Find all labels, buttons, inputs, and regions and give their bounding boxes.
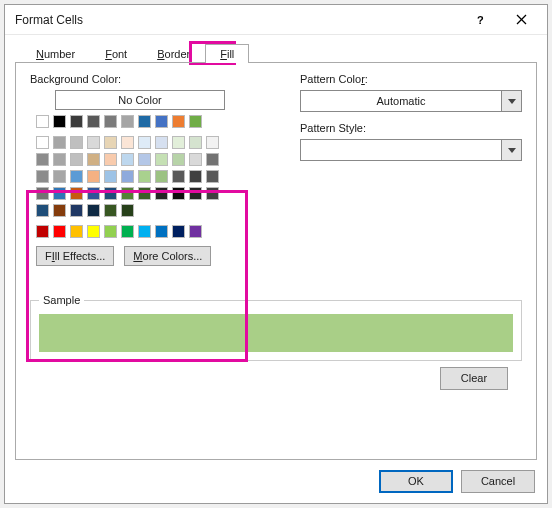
color-swatch[interactable] xyxy=(121,153,134,166)
color-swatch[interactable] xyxy=(121,170,134,183)
color-swatch[interactable] xyxy=(53,204,66,217)
color-swatch[interactable] xyxy=(104,170,117,183)
color-swatch[interactable] xyxy=(138,136,151,149)
color-swatch[interactable] xyxy=(104,225,117,238)
color-swatch[interactable] xyxy=(189,115,202,128)
color-swatch[interactable] xyxy=(104,115,117,128)
svg-marker-4 xyxy=(508,148,516,153)
close-icon xyxy=(516,14,527,25)
clear-button[interactable]: Clear xyxy=(440,367,508,390)
color-swatch[interactable] xyxy=(70,115,83,128)
tab-fill[interactable]: Fill xyxy=(205,44,249,63)
color-swatch[interactable] xyxy=(138,153,151,166)
pattern-style-label: Pattern Style: xyxy=(300,122,522,134)
color-swatch[interactable] xyxy=(155,170,168,183)
color-swatch[interactable] xyxy=(70,225,83,238)
ok-button[interactable]: OK xyxy=(379,470,453,493)
color-swatch[interactable] xyxy=(87,115,100,128)
palette-standard xyxy=(30,225,235,238)
color-swatch[interactable] xyxy=(53,115,66,128)
color-swatch[interactable] xyxy=(104,153,117,166)
background-color-section: Background Color: No Color FIll Effects.… xyxy=(30,73,270,266)
pattern-color-select[interactable]: Automatic xyxy=(300,90,502,112)
fill-panel: Background Color: No Color FIll Effects.… xyxy=(15,62,537,460)
color-swatch[interactable] xyxy=(206,187,219,200)
color-swatch[interactable] xyxy=(87,225,100,238)
color-swatch[interactable] xyxy=(87,187,100,200)
color-swatch[interactable] xyxy=(36,136,49,149)
color-swatch[interactable] xyxy=(53,170,66,183)
color-swatch[interactable] xyxy=(172,136,185,149)
color-swatch[interactable] xyxy=(189,225,202,238)
sample-label: Sample xyxy=(39,294,84,306)
color-swatch[interactable] xyxy=(53,187,66,200)
color-swatch[interactable] xyxy=(206,170,219,183)
close-button[interactable] xyxy=(501,6,541,34)
color-swatch[interactable] xyxy=(138,225,151,238)
color-swatch[interactable] xyxy=(172,225,185,238)
pattern-color-label: Pattern Color: xyxy=(300,73,522,85)
tab-font[interactable]: Font xyxy=(90,44,142,63)
more-colors-button[interactable]: More Colors... xyxy=(124,246,211,266)
color-swatch[interactable] xyxy=(104,204,117,217)
color-swatch[interactable] xyxy=(70,153,83,166)
color-swatch[interactable] xyxy=(70,187,83,200)
color-swatch[interactable] xyxy=(172,170,185,183)
color-swatch[interactable] xyxy=(121,204,134,217)
tab-number[interactable]: Number xyxy=(21,44,90,63)
pattern-style-select[interactable] xyxy=(300,139,502,161)
color-swatch[interactable] xyxy=(121,187,134,200)
cancel-button[interactable]: Cancel xyxy=(461,470,535,493)
color-swatch[interactable] xyxy=(87,153,100,166)
background-color-label: Background Color: xyxy=(30,73,270,85)
color-swatch[interactable] xyxy=(36,153,49,166)
color-swatch[interactable] xyxy=(172,187,185,200)
color-swatch[interactable] xyxy=(104,187,117,200)
no-color-button[interactable]: No Color xyxy=(55,90,225,110)
color-swatch[interactable] xyxy=(53,225,66,238)
help-button[interactable]: ? xyxy=(461,6,501,34)
color-swatch[interactable] xyxy=(155,225,168,238)
color-swatch[interactable] xyxy=(53,136,66,149)
color-swatch[interactable] xyxy=(155,136,168,149)
color-swatch[interactable] xyxy=(189,187,202,200)
color-swatch[interactable] xyxy=(172,153,185,166)
color-swatch[interactable] xyxy=(87,136,100,149)
color-swatch[interactable] xyxy=(36,115,49,128)
color-swatch[interactable] xyxy=(70,170,83,183)
color-swatch[interactable] xyxy=(189,136,202,149)
color-swatch[interactable] xyxy=(155,187,168,200)
tab-border[interactable]: Border xyxy=(142,44,205,63)
color-swatch[interactable] xyxy=(155,153,168,166)
color-swatch[interactable] xyxy=(189,170,202,183)
pattern-style-dropdown[interactable] xyxy=(502,139,522,161)
color-swatch[interactable] xyxy=(155,115,168,128)
color-swatch[interactable] xyxy=(104,136,117,149)
color-swatch[interactable] xyxy=(138,187,151,200)
color-swatch[interactable] xyxy=(70,136,83,149)
color-swatch[interactable] xyxy=(36,225,49,238)
color-swatch[interactable] xyxy=(36,170,49,183)
color-swatch[interactable] xyxy=(87,204,100,217)
color-swatch[interactable] xyxy=(121,115,134,128)
window-buttons: ? xyxy=(461,6,541,34)
fill-effects-button[interactable]: FIll Effects... xyxy=(36,246,114,266)
color-swatch[interactable] xyxy=(121,225,134,238)
svg-text:?: ? xyxy=(477,14,484,26)
color-swatch[interactable] xyxy=(206,153,219,166)
color-swatch[interactable] xyxy=(172,115,185,128)
color-swatch[interactable] xyxy=(36,187,49,200)
pattern-section: Pattern Color: Automatic Pattern Style: xyxy=(300,73,522,266)
color-swatch[interactable] xyxy=(138,115,151,128)
color-swatch[interactable] xyxy=(206,136,219,149)
color-swatch[interactable] xyxy=(70,204,83,217)
color-swatch[interactable] xyxy=(53,153,66,166)
pattern-color-dropdown[interactable] xyxy=(502,90,522,112)
color-swatch[interactable] xyxy=(121,136,134,149)
dialog-title: Format Cells xyxy=(15,13,83,27)
color-swatch[interactable] xyxy=(36,204,49,217)
color-swatch[interactable] xyxy=(87,170,100,183)
color-swatch[interactable] xyxy=(138,170,151,183)
palette-theme-row xyxy=(30,115,235,128)
color-swatch[interactable] xyxy=(189,153,202,166)
